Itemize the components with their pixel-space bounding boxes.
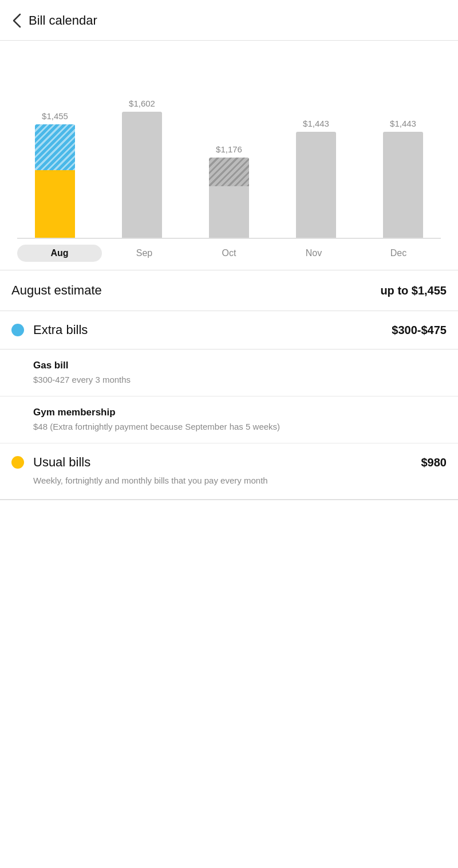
oct-bar-container	[209, 158, 249, 238]
dec-bar-solid	[383, 132, 423, 238]
usual-bills-dot	[11, 456, 24, 469]
month-tabs: Aug Sep Oct Nov Dec	[11, 239, 447, 270]
estimate-label: August estimate	[11, 283, 102, 298]
header: Bill calendar	[0, 0, 458, 41]
gas-bill-name: Gas bill	[33, 360, 447, 371]
page-title: Bill calendar	[29, 13, 97, 28]
extra-bills-title: Extra bills	[33, 323, 392, 337]
back-button[interactable]	[11, 10, 29, 31]
tab-dec[interactable]: Dec	[356, 245, 441, 262]
chart-section: $1,455 $1,602 $1,176 $1,443 $1,443	[0, 41, 458, 270]
bar-dec[interactable]: $1,443	[360, 119, 447, 238]
usual-bills-header: Usual bills $980	[11, 455, 447, 470]
gym-membership-name: Gym membership	[33, 407, 447, 418]
tab-sep[interactable]: Sep	[102, 245, 187, 262]
tab-oct[interactable]: Oct	[187, 245, 271, 262]
usual-bills-section: Usual bills $980 Weekly, fortnightly and…	[0, 443, 458, 500]
gym-membership-desc: $48 (Extra fortnightly payment because S…	[33, 421, 447, 433]
gas-bill-item: Gas bill $300-427 every 3 months	[0, 349, 458, 396]
usual-bills-title: Usual bills	[33, 455, 421, 470]
bar-aug[interactable]: $1,455	[11, 111, 98, 238]
aug-bar-blue	[35, 124, 75, 170]
bar-dec-label: $1,443	[390, 119, 416, 128]
bottom-divider	[0, 500, 458, 500]
bar-sep-label: $1,602	[129, 99, 155, 108]
bar-sep[interactable]: $1,602	[98, 99, 185, 238]
tab-aug[interactable]: Aug	[17, 245, 102, 262]
bar-nov-label: $1,443	[303, 119, 329, 128]
bar-oct-label: $1,176	[216, 144, 242, 154]
estimate-value: up to $1,455	[380, 284, 447, 297]
bar-nov[interactable]: $1,443	[273, 119, 360, 238]
extra-bills-dot	[11, 324, 24, 336]
gas-bill-desc: $300-427 every 3 months	[33, 374, 447, 386]
bar-oct[interactable]: $1,176	[185, 144, 273, 238]
sep-bar-solid	[122, 112, 162, 238]
gym-membership-item: Gym membership $48 (Extra fortnightly pa…	[0, 396, 458, 443]
nov-bar-solid	[296, 132, 336, 238]
usual-bills-amount: $980	[421, 456, 447, 469]
aug-bar-yellow	[35, 170, 75, 238]
usual-bills-desc: Weekly, fortnightly and monthly bills th…	[11, 474, 447, 488]
chart-area: $1,455 $1,602 $1,176 $1,443 $1,443	[11, 54, 447, 238]
estimate-row: August estimate up to $1,455	[0, 270, 458, 311]
extra-bills-header: Extra bills $300-$475	[0, 311, 458, 349]
bar-aug-label: $1,455	[42, 111, 68, 121]
oct-bar-hatched	[209, 158, 249, 186]
extra-bills-amount: $300-$475	[392, 324, 447, 337]
oct-bar-solid	[209, 186, 249, 238]
tab-nov[interactable]: Nov	[271, 245, 356, 262]
aug-bar-container	[35, 124, 75, 238]
